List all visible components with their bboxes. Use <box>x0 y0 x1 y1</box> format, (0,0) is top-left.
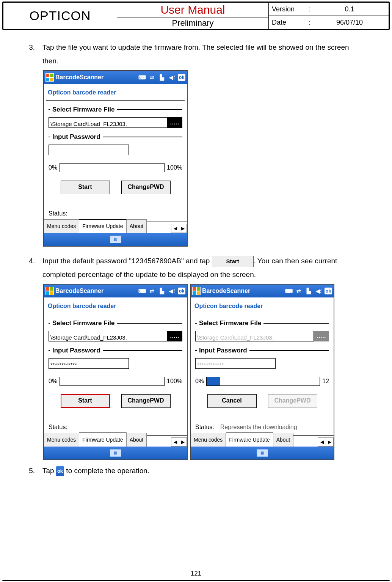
browse-button[interactable]: ..... <box>167 117 182 128</box>
tab-scroll-left[interactable]: ◀ <box>318 438 326 446</box>
progress-value-label: 12 <box>322 376 329 387</box>
changepwd-button[interactable]: ChangePWD <box>121 181 171 194</box>
password-input[interactable]: ************ <box>49 358 129 369</box>
signal-icon: ▙ <box>158 288 166 294</box>
app-title: Opticon barcode reader <box>191 297 334 313</box>
start-button[interactable]: Start <box>61 394 110 408</box>
keyboard-status-icon: ⌨ <box>138 288 146 294</box>
status-label: Status: <box>49 422 67 433</box>
firmware-file-input[interactable]: \Storage Card\Load_FL23J03. <box>49 117 167 128</box>
status-text: Represents the downloading <box>220 422 297 433</box>
windows-logo-icon <box>192 287 201 295</box>
ok-button[interactable]: ok <box>178 288 185 294</box>
app-title: Opticon barcode reader <box>44 84 187 100</box>
tab-menu-codes[interactable]: Menu codes <box>44 433 79 447</box>
volume-icon: ◀؛ <box>168 288 176 294</box>
tab-about[interactable]: About <box>273 433 294 447</box>
step-3-text: Tap the file you want to update the firm… <box>42 41 365 68</box>
sip-keyboard-icon[interactable]: ▦ <box>257 449 268 457</box>
progress-bar <box>60 163 165 172</box>
signal-icon: ▙ <box>158 74 166 81</box>
tab-scroll-left[interactable]: ◀ <box>171 224 179 233</box>
colon: : <box>306 19 314 27</box>
group-password-label: Input Password <box>52 344 101 357</box>
changepwd-button: ChangePWD <box>268 394 317 408</box>
progress-0-label: 0% <box>49 162 57 173</box>
inline-start-button: Start <box>212 256 254 267</box>
progress-0-label: 0% <box>195 376 204 387</box>
connectivity-icon: ⇄ <box>148 288 156 294</box>
browse-button[interactable]: ..... <box>167 331 182 341</box>
tab-firmware-update[interactable]: Firmware Update <box>226 433 273 447</box>
connectivity-icon: ⇄ <box>148 74 156 81</box>
tab-scroll-right[interactable]: ▶ <box>179 224 187 233</box>
password-input: ************ <box>195 358 276 369</box>
start-button[interactable]: Start <box>61 181 110 194</box>
signal-icon: ▙ <box>305 288 312 294</box>
browse-button: ..... <box>314 331 329 341</box>
connectivity-icon: ⇄ <box>295 288 303 294</box>
brand: OPTICON <box>3 3 117 29</box>
step-4-text: Input the default password "1234567890AB… <box>42 254 365 282</box>
app-title: Opticon barcode reader <box>44 297 187 313</box>
date-value: 96/07/10 <box>314 19 386 27</box>
keyboard-status-icon: ⌨ <box>285 288 293 294</box>
step-4-number: 4. <box>27 254 35 282</box>
windows-logo-icon <box>45 287 54 295</box>
tab-bar: Menu codes Firmware Update About ◀ ▶ <box>191 435 334 447</box>
firmware-file-input: \Storage Card\Load_FL23J03. <box>195 331 314 341</box>
doc-title: User Manual <box>117 3 268 17</box>
group-password-label: Input Password <box>198 344 248 357</box>
version-label: Version <box>272 5 306 13</box>
step-5-number: 5. <box>27 464 35 478</box>
tab-scroll-right[interactable]: ▶ <box>326 438 333 446</box>
titlebar-title: BarcodeScanner <box>202 285 250 297</box>
sip-keyboard-icon[interactable]: ▦ <box>110 236 121 243</box>
cancel-button[interactable]: Cancel <box>207 394 257 408</box>
screenshot-b: BarcodeScanner ⌨ ⇄ ▙ ◀؛ ok Opticon barco… <box>43 284 188 460</box>
version-value: 0.1 <box>314 5 386 13</box>
colon: : <box>306 5 314 13</box>
keyboard-status-icon: ⌨ <box>138 74 146 81</box>
titlebar-title: BarcodeScanner <box>55 285 103 297</box>
ok-button[interactable]: ok <box>325 288 332 294</box>
tab-scroll-right[interactable]: ▶ <box>179 438 187 446</box>
page-number: 121 <box>0 570 392 577</box>
titlebar-title: BarcodeScanner <box>55 72 103 83</box>
tab-menu-codes[interactable]: Menu codes <box>191 433 226 447</box>
changepwd-button[interactable]: ChangePWD <box>121 394 171 408</box>
group-password-label: Input Password <box>52 131 101 143</box>
tab-bar: Menu codes Firmware Update About ◀ ▶ <box>44 435 187 447</box>
progress-100-label: 100% <box>167 162 182 173</box>
windows-logo-icon <box>45 73 54 82</box>
firmware-file-input[interactable]: \Storage Card\Load_FL23J03. <box>49 331 167 341</box>
tab-bar: Menu codes Firmware Update About ◀ ▶ <box>44 222 187 233</box>
footer-rule <box>2 580 390 581</box>
status-label: Status: <box>49 208 67 219</box>
sip-keyboard-icon[interactable]: ▦ <box>110 449 121 457</box>
screenshot-a: BarcodeScanner ⌨ ⇄ ▙ ◀؛ ok Opticon barco… <box>43 70 188 247</box>
tab-firmware-update[interactable]: Firmware Update <box>79 433 126 447</box>
password-input[interactable] <box>49 145 129 155</box>
volume-icon: ◀؛ <box>315 288 322 294</box>
volume-icon: ◀؛ <box>168 74 176 81</box>
tab-menu-codes[interactable]: Menu codes <box>44 219 79 233</box>
status-label: Status: <box>195 422 214 433</box>
step-3-number: 3. <box>27 41 35 68</box>
doc-subtitle: Preliminary <box>117 17 268 29</box>
progress-0-label: 0% <box>49 376 57 387</box>
screenshot-c: BarcodeScanner ⌨ ⇄ ▙ ◀؛ ok Opticon barco… <box>190 284 334 460</box>
group-file-label: Select Firmware File <box>52 104 115 116</box>
group-file-label: Select Firmware File <box>52 317 115 329</box>
tab-about[interactable]: About <box>127 433 147 447</box>
step-5-text: Tap ok to complete the operation. <box>42 464 365 478</box>
progress-fill <box>207 377 220 385</box>
progress-100-label: 100% <box>167 376 182 387</box>
date-label: Date <box>272 19 306 27</box>
doc-header: OPTICON User Manual Preliminary Version … <box>2 2 390 30</box>
ok-button[interactable]: ok <box>178 74 185 81</box>
tab-scroll-left[interactable]: ◀ <box>171 438 179 446</box>
tab-firmware-update[interactable]: Firmware Update <box>79 219 126 233</box>
tab-about[interactable]: About <box>127 219 147 233</box>
inline-ok-icon: ok <box>56 466 64 477</box>
